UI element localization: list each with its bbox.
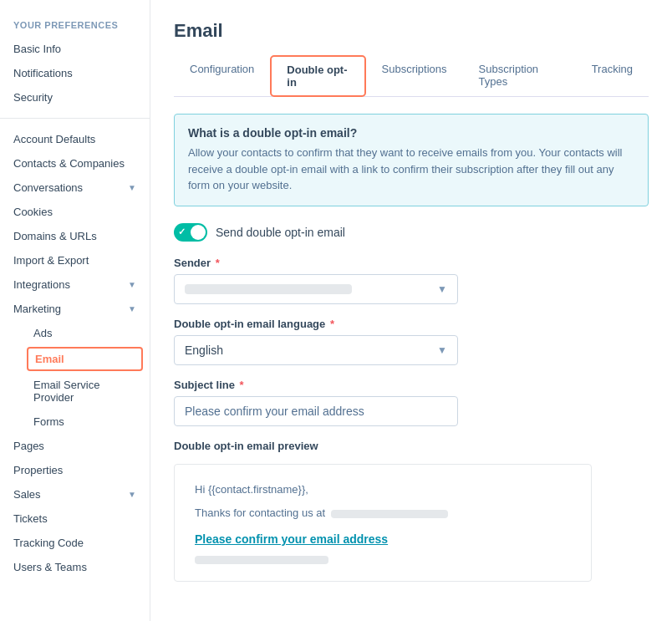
sidebar-item-tickets[interactable]: Tickets	[0, 506, 150, 531]
your-preferences-label: Your preferences	[0, 13, 150, 37]
required-indicator: *	[237, 379, 244, 391]
subject-input[interactable]: Please confirm your email address	[174, 396, 458, 426]
tab-double-opt-in[interactable]: Double opt-in	[270, 55, 365, 97]
preview-greeting: Hi {{contact.firstname}},	[195, 481, 571, 499]
sidebar-item-basic-info[interactable]: Basic Info	[0, 37, 150, 61]
chevron-down-icon: ▼	[437, 344, 447, 356]
sidebar: Your preferences Basic Info Notification…	[0, 0, 150, 621]
tab-subscription-types[interactable]: Subscription Types	[463, 55, 576, 97]
tab-configuration[interactable]: Configuration	[174, 55, 270, 97]
preview-footer-blur	[195, 556, 328, 564]
toggle-knob	[191, 225, 206, 240]
language-field-group: Double opt-in email language * English ▼	[174, 318, 649, 365]
sender-field-group: Sender * ▼	[174, 257, 649, 304]
required-indicator: *	[327, 318, 334, 330]
sidebar-item-email[interactable]: Email	[27, 347, 143, 371]
chevron-down-icon: ▼	[128, 183, 136, 192]
tab-subscriptions[interactable]: Subscriptions	[366, 55, 463, 97]
sidebar-item-email-service-provider[interactable]: Email Service Provider	[20, 373, 150, 410]
sidebar-item-notifications[interactable]: Notifications	[0, 61, 150, 85]
preview-confirm-link[interactable]: Please confirm your email address	[195, 532, 388, 546]
subject-value: Please confirm your email address	[185, 405, 364, 418]
chevron-down-icon: ▼	[128, 280, 136, 289]
main-content: Email Configuration Double opt-in Subscr…	[150, 0, 672, 621]
sender-label: Sender *	[174, 257, 649, 269]
sidebar-item-ads[interactable]: Ads	[20, 321, 150, 345]
page-title: Email	[174, 20, 649, 42]
sidebar-item-account-defaults[interactable]: Account Defaults	[0, 127, 150, 151]
language-label: Double opt-in email language *	[174, 318, 649, 330]
required-indicator: *	[212, 257, 220, 269]
preview-section: Double opt-in email preview Hi {{contact…	[174, 440, 649, 583]
info-box-text: Allow your contacts to confirm that they…	[188, 145, 634, 194]
toggle-label: Send double opt-in email	[216, 226, 345, 239]
preview-body: Thanks for contacting us at	[195, 505, 571, 522]
company-blur	[331, 510, 448, 518]
tab-bar: Configuration Double opt-in Subscription…	[174, 55, 649, 97]
sidebar-item-marketing[interactable]: Marketing ▼	[0, 297, 150, 321]
toggle-check-icon: ✓	[178, 227, 186, 237]
sidebar-item-tracking-code[interactable]: Tracking Code	[0, 531, 150, 555]
preview-box: Hi {{contact.firstname}}, Thanks for con…	[174, 464, 592, 583]
subject-label: Subject line *	[174, 379, 649, 391]
preview-label: Double opt-in email preview	[174, 440, 649, 452]
sidebar-item-security[interactable]: Security	[0, 85, 150, 109]
chevron-down-icon: ▼	[128, 304, 136, 313]
chevron-down-icon: ▼	[437, 283, 447, 295]
subject-field-group: Subject line * Please confirm your email…	[174, 379, 649, 426]
sidebar-item-users-teams[interactable]: Users & Teams	[0, 555, 150, 579]
tab-tracking[interactable]: Tracking	[576, 55, 649, 97]
info-box: What is a double opt-in email? Allow you…	[174, 114, 649, 206]
sidebar-item-sales[interactable]: Sales ▼	[0, 482, 150, 506]
toggle-row: ✓ Send double opt-in email	[174, 223, 649, 242]
double-opt-in-toggle[interactable]: ✓	[174, 223, 207, 242]
sidebar-item-properties[interactable]: Properties	[0, 458, 150, 482]
sidebar-item-import-export[interactable]: Import & Export	[0, 248, 150, 272]
language-select[interactable]: English ▼	[174, 335, 458, 365]
sender-blur-value	[185, 284, 352, 294]
sidebar-item-contacts-companies[interactable]: Contacts & Companies	[0, 151, 150, 176]
sender-select[interactable]: ▼	[174, 274, 458, 304]
language-value: English	[185, 344, 223, 357]
info-box-title: What is a double opt-in email?	[188, 126, 634, 140]
sidebar-item-integrations[interactable]: Integrations ▼	[0, 272, 150, 297]
chevron-down-icon: ▼	[128, 490, 136, 499]
sidebar-item-forms[interactable]: Forms	[20, 410, 150, 434]
sidebar-item-cookies[interactable]: Cookies	[0, 200, 150, 224]
sidebar-item-pages[interactable]: Pages	[0, 434, 150, 458]
sidebar-item-conversations[interactable]: Conversations ▼	[0, 176, 150, 200]
sidebar-item-domains-urls[interactable]: Domains & URLs	[0, 224, 150, 248]
